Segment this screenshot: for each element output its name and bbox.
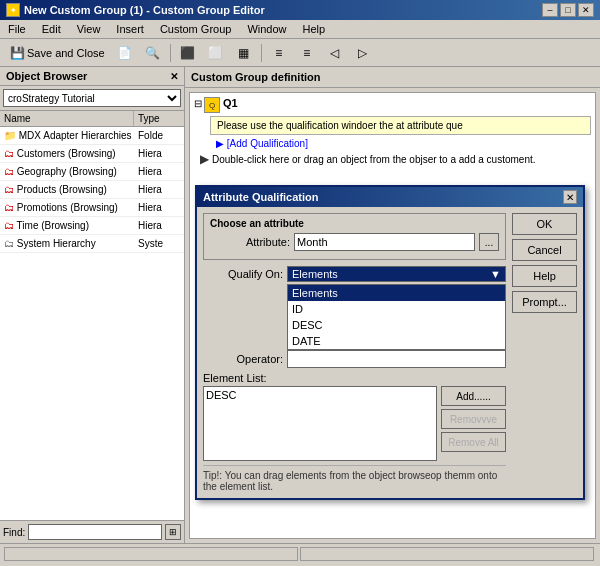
toolbar-btn-4[interactable]: ≡ [266,42,292,64]
browser-row[interactable]: 🗂 Promotions (Browsing) Hiera [0,199,184,217]
preview-icon: 🔍 [145,45,161,61]
browser-row[interactable]: 📁 MDX Adapter Hierarchies Folde [0,127,184,145]
preview-button[interactable]: 🔍 [140,42,166,64]
toolbar-separator [170,44,171,62]
dropdown-item-elements[interactable]: Elements [288,285,505,301]
toolbar-btn-2[interactable]: ⬜ [203,42,229,64]
toolbar-btn-3[interactable]: ▦ [231,42,257,64]
browser-cell-name: 🗂 Geography (Browsing) [0,165,134,178]
object-browser-panel: Object Browser ✕ croStrategy Tutorial Na… [0,67,185,543]
find-filter-button[interactable]: ⊞ [165,524,181,540]
maximize-button[interactable]: □ [560,3,576,17]
cancel-button[interactable]: Cancel [512,239,577,261]
dialog-left: Choose an attribute Attribute: ... Quali… [203,213,506,492]
qualify-on-dropdown-arrow: ▼ [490,268,501,280]
add-qual-icon: ▶ [216,138,224,149]
save-and-close-button[interactable]: 💾 Save and Close [4,42,110,64]
toolbar-btn-6[interactable]: ◁ [322,42,348,64]
browser-row[interactable]: 🗂 Geography (Browsing) Hiera [0,163,184,181]
menu-insert[interactable]: Insert [112,22,148,36]
custom-group-header: Custom Group definition [185,67,600,88]
remove-all-button[interactable]: Remove All [441,432,506,452]
browser-cell-name: 🗂 Promotions (Browsing) [0,201,134,214]
browser-cell-type: Hiera [134,183,184,196]
attribute-qualification-dialog: Attribute Qualification ✕ Choose an attr… [195,185,585,500]
dropdown-item-id[interactable]: ID [288,301,505,317]
prompt-button[interactable]: Prompt... [512,291,577,313]
menu-edit[interactable]: Edit [38,22,65,36]
toolbar-btn-1[interactable]: ⬛ [175,42,201,64]
qualification-text-box: Please use the qualification windoer the… [210,116,591,135]
browser-cell-name: 🗂 Products (Browsing) [0,183,134,196]
qualification-text: Please use the qualification windoer the… [217,120,463,131]
element-list-area: DESC Add...... Removvve Remove All [203,386,506,461]
dialog-close-button[interactable]: ✕ [563,190,577,204]
add-qualification-label: [Add Qualification] [227,138,308,149]
menu-file[interactable]: File [4,22,30,36]
hint-arrow-icon: ▶ [200,152,209,166]
project-dropdown[interactable]: croStrategy Tutorial [3,89,181,107]
icon-1: ⬛ [180,45,196,61]
status-panel-1 [4,547,298,561]
find-bar: Find: ⊞ [0,520,184,543]
browser-cell-type: Folde [134,129,184,142]
browser-table-header: Name Type [0,111,184,127]
menu-view[interactable]: View [73,22,105,36]
window-title: New Custom Group (1) - Custom Group Edit… [24,4,265,16]
browser-row[interactable]: 🗂 Customers (Browsing) Hiera [0,145,184,163]
title-bar-left: ✦ New Custom Group (1) - Custom Group Ed… [6,3,265,17]
element-list-item: DESC [206,389,434,401]
browser-cell-name: 🗂 System Hierarchy [0,237,134,250]
menu-bar: File Edit View Insert Custom Group Windo… [0,20,600,39]
browser-table: Name Type 📁 MDX Adapter Hierarchies Fold… [0,111,184,520]
browser-row[interactable]: 🗂 System Hierarchy Syste [0,235,184,253]
menu-help[interactable]: Help [299,22,330,36]
toolbar-btn-7[interactable]: ▷ [350,42,376,64]
save2-icon: 📄 [117,45,133,61]
help-button[interactable]: Help [512,265,577,287]
browser-row[interactable]: 🗂 Time (Browsing) Hiera [0,217,184,235]
remove-button[interactable]: Removvve [441,409,506,429]
qualify-on-select[interactable]: Elements ▼ [287,266,506,282]
app-icon: ✦ [6,3,20,17]
dialog-title: Attribute Qualification [203,191,319,203]
qualify-on-container: Elements ▼ Elements ID DESC DATE [287,266,506,282]
attribute-label: Attribute: [210,236,290,248]
browser-row[interactable]: 🗂 Products (Browsing) Hiera [0,181,184,199]
dialog-body: Choose an attribute Attribute: ... Quali… [197,207,583,498]
browser-cell-type: Hiera [134,219,184,232]
dropdown-item-date[interactable]: DATE [288,333,505,349]
icon-7: ▷ [355,45,371,61]
browser-cell-type: Hiera [134,201,184,214]
close-button[interactable]: ✕ [578,3,594,17]
add-qualification-link[interactable]: ▶ [Add Qualification] [216,138,591,149]
panel-close-button[interactable]: ✕ [170,71,178,82]
toolbar: 💾 Save and Close 📄 🔍 ⬛ ⬜ ▦ ≡ ≡ ◁ ▷ [0,39,600,67]
attribute-input[interactable] [294,233,475,251]
operator-input[interactable] [287,350,506,368]
operator-row: Operator: [203,350,506,368]
find-input[interactable] [28,524,162,540]
choose-attribute-group: Choose an attribute Attribute: ... [203,213,506,260]
attribute-browse-button[interactable]: ... [479,233,499,251]
hint-text: Double-click here or drag an object from… [212,154,536,165]
icon-4: ≡ [271,45,287,61]
choose-attribute-legend: Choose an attribute [210,218,499,229]
dropdown-item-desc[interactable]: DESC [288,317,505,333]
menu-custom-group[interactable]: Custom Group [156,22,236,36]
add-button[interactable]: Add...... [441,386,506,406]
element-list-box[interactable]: DESC [203,386,437,461]
save-button[interactable]: 📄 [112,42,138,64]
menu-window[interactable]: Window [243,22,290,36]
search-bar: croStrategy Tutorial [0,86,184,111]
status-panel-2 [300,547,594,561]
save-icon: 💾 [9,45,25,61]
icon-2: ⬜ [208,45,224,61]
minimize-button[interactable]: – [542,3,558,17]
toolbar-btn-5[interactable]: ≡ [294,42,320,64]
browser-cell-type: Syste [134,237,184,250]
ok-button[interactable]: OK [512,213,577,235]
tree-expand-icon[interactable]: ⊟ [194,98,202,109]
attribute-row: Attribute: ... [210,233,499,251]
element-list-section: Element List: DESC Add...... Removvve Re… [203,372,506,461]
